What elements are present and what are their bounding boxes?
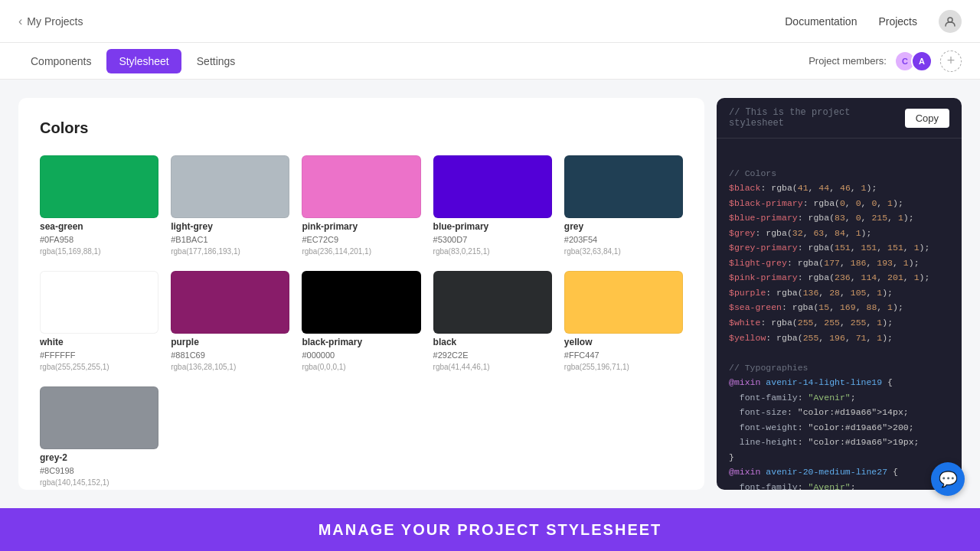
color-swatch[interactable] bbox=[564, 155, 683, 218]
code-line: line-height: "color:#d19a66">19px; bbox=[729, 435, 949, 450]
color-hex: #EC72C9 bbox=[302, 235, 420, 244]
bottom-banner-text: MANAGE YOUR PROJECT STYLESHEET bbox=[318, 521, 662, 539]
color-swatch[interactable] bbox=[171, 271, 289, 334]
color-rgba: rgba(140,145,152,1) bbox=[40, 478, 158, 487]
color-name: pink-primary bbox=[302, 221, 420, 232]
nav-links: Documentation Projects bbox=[785, 10, 962, 33]
panel-title: Colors bbox=[40, 119, 683, 137]
color-rgba: rgba(255,255,255,1) bbox=[40, 363, 158, 371]
tabs-bar: Components Stylesheet Settings Project m… bbox=[0, 43, 980, 80]
tab-settings[interactable]: Settings bbox=[185, 49, 248, 73]
chat-icon: 💬 bbox=[939, 470, 958, 488]
main-content: Colors sea-green#0FA958rgba(15,169,88,1)… bbox=[0, 80, 980, 508]
code-line bbox=[729, 345, 949, 360]
color-hex: #B1BAC1 bbox=[171, 235, 289, 244]
color-item: grey#203F54rgba(32,63,84,1) bbox=[564, 155, 683, 256]
color-name: light-grey bbox=[171, 221, 289, 232]
color-name: black-primary bbox=[302, 337, 420, 347]
color-name: white bbox=[40, 337, 158, 347]
color-swatch[interactable] bbox=[302, 155, 420, 218]
code-line: } bbox=[729, 450, 949, 465]
color-hex: #881C69 bbox=[171, 350, 289, 360]
add-member-button[interactable]: + bbox=[940, 51, 962, 72]
bottom-banner: MANAGE YOUR PROJECT STYLESHEET bbox=[0, 508, 980, 551]
code-line: $light-grey: rgba(177, 186, 193, 1); bbox=[729, 256, 949, 271]
color-swatch[interactable] bbox=[433, 155, 552, 218]
svg-point-0 bbox=[948, 18, 952, 22]
color-name: yellow bbox=[564, 337, 683, 347]
color-item: purple#881C69rgba(136,28,105,1) bbox=[171, 271, 289, 371]
colors-grid: sea-green#0FA958rgba(15,169,88,1)light-g… bbox=[40, 155, 683, 487]
color-rgba: rgba(83,0,215,1) bbox=[433, 247, 552, 256]
copy-button[interactable]: Copy bbox=[905, 109, 949, 128]
color-name: grey bbox=[564, 221, 683, 232]
code-header: // This is the project stylesheet Copy bbox=[717, 98, 962, 139]
back-chevron-icon: ‹ bbox=[18, 15, 22, 28]
code-line: $grey: rgba(32, 63, 84, 1); bbox=[729, 226, 949, 241]
code-line: $purple: rgba(136, 28, 105, 1); bbox=[729, 285, 949, 301]
color-name: blue-primary bbox=[433, 221, 552, 232]
color-swatch[interactable] bbox=[564, 271, 683, 334]
top-nav: ‹ My Projects Documentation Projects bbox=[0, 0, 980, 43]
code-line: // Colors bbox=[729, 166, 949, 181]
color-rgba: rgba(0,0,0,1) bbox=[302, 363, 420, 371]
color-item: yellow#FFC447rgba(255,196,71,1) bbox=[564, 271, 683, 371]
code-line: font-family: "Avenir"; bbox=[729, 390, 949, 406]
color-hex: #0FA958 bbox=[40, 235, 158, 244]
code-line: font-size: "color:#d19a66">14px; bbox=[729, 405, 949, 420]
color-hex: #8C9198 bbox=[40, 466, 158, 475]
code-line bbox=[729, 151, 949, 166]
code-panel: // This is the project stylesheet Copy /… bbox=[717, 98, 962, 490]
color-item: blue-primary#5300D7rgba(83,0,215,1) bbox=[433, 155, 552, 256]
code-line: font-family: "Avenir"; bbox=[729, 480, 949, 490]
color-rgba: rgba(255,196,71,1) bbox=[564, 363, 683, 371]
member-avatars-list: C A bbox=[894, 51, 933, 72]
code-line: $black-primary: rgba(0, 0, 0, 1); bbox=[729, 196, 949, 211]
color-swatch[interactable] bbox=[171, 155, 289, 218]
code-line: $yellow: rgba(255, 196, 71, 1); bbox=[729, 331, 949, 346]
color-name: sea-green bbox=[40, 221, 158, 232]
tab-components[interactable]: Components bbox=[18, 49, 103, 73]
code-line: $pink-primary: rgba(236, 114, 201, 1); bbox=[729, 270, 949, 285]
color-hex: #FFC447 bbox=[564, 350, 683, 360]
color-item: black#292C2Ergba(41,44,46,1) bbox=[433, 271, 552, 371]
code-line: // Typographies bbox=[729, 360, 949, 376]
back-link[interactable]: ‹ My Projects bbox=[18, 15, 83, 28]
color-item: white#FFFFFFrgba(255,255,255,1) bbox=[40, 271, 158, 371]
chat-bubble-button[interactable]: 💬 bbox=[931, 462, 965, 496]
color-hex: #000000 bbox=[302, 350, 420, 360]
colors-panel: Colors sea-green#0FA958rgba(15,169,88,1)… bbox=[18, 98, 704, 490]
code-line: $grey-primary: rgba(151, 151, 151, 1); bbox=[729, 240, 949, 256]
color-swatch[interactable] bbox=[302, 271, 420, 334]
color-rgba: rgba(32,63,84,1) bbox=[564, 247, 683, 256]
code-line: $white: rgba(255, 255, 255, 1); bbox=[729, 315, 949, 331]
back-label: My Projects bbox=[27, 15, 83, 28]
color-item: sea-green#0FA958rgba(15,169,88,1) bbox=[40, 155, 158, 256]
project-members-label: Project members: bbox=[808, 55, 887, 67]
nav-projects[interactable]: Projects bbox=[878, 15, 917, 28]
color-swatch[interactable] bbox=[40, 271, 158, 334]
code-comment: // This is the project stylesheet bbox=[729, 107, 905, 129]
color-name: purple bbox=[171, 337, 289, 347]
nav-documentation[interactable]: Documentation bbox=[785, 15, 857, 28]
color-rgba: rgba(236,114,201,1) bbox=[302, 247, 420, 256]
code-line: $sea-green: rgba(15, 169, 88, 1); bbox=[729, 300, 949, 315]
tab-stylesheet[interactable]: Stylesheet bbox=[106, 49, 181, 73]
member-avatar-a[interactable]: A bbox=[911, 51, 933, 72]
code-line: font-weight: "color:#d19a66">200; bbox=[729, 420, 949, 435]
color-hex: #292C2E bbox=[433, 350, 552, 360]
code-body[interactable]: // Colors$black: rgba(41, 44, 46, 1);$bl… bbox=[717, 139, 962, 490]
color-item: grey-2#8C9198rgba(140,145,152,1) bbox=[40, 386, 158, 487]
user-avatar[interactable] bbox=[939, 10, 962, 33]
color-rgba: rgba(41,44,46,1) bbox=[433, 363, 552, 371]
code-line: @mixin avenir-20-medium-line27 { bbox=[729, 465, 949, 480]
color-item: light-grey#B1BAC1rgba(177,186,193,1) bbox=[171, 155, 289, 256]
project-members-area: Project members: C A + bbox=[808, 51, 962, 72]
color-swatch[interactable] bbox=[40, 155, 158, 218]
color-name: grey-2 bbox=[40, 452, 158, 463]
color-item: black-primary#000000rgba(0,0,0,1) bbox=[302, 271, 420, 371]
color-rgba: rgba(177,186,193,1) bbox=[171, 247, 289, 256]
color-swatch[interactable] bbox=[433, 271, 552, 334]
color-swatch[interactable] bbox=[40, 386, 158, 449]
color-hex: #FFFFFF bbox=[40, 350, 158, 360]
